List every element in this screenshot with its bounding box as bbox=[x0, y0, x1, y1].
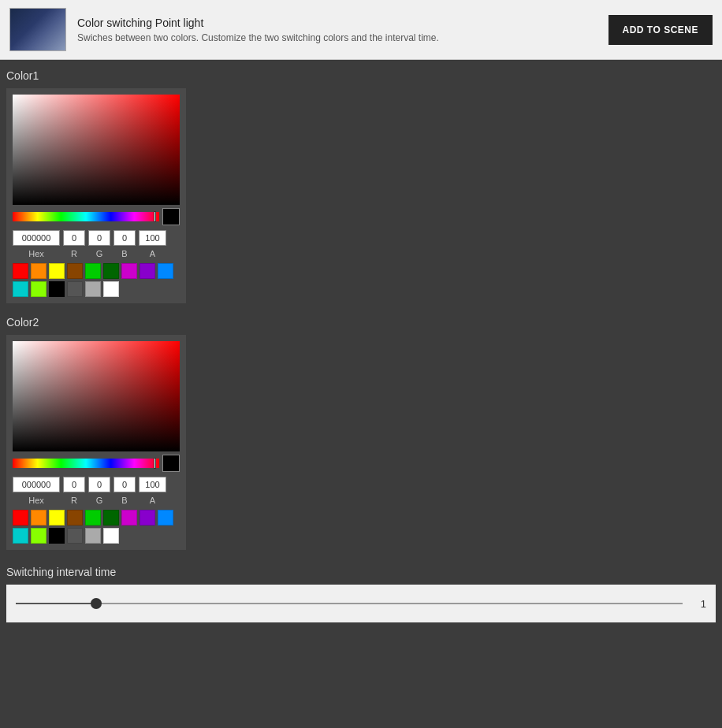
color1-hex-input[interactable] bbox=[13, 230, 60, 246]
preset-swatch[interactable] bbox=[67, 281, 83, 297]
main-content: Color1 Hex R G B A bbox=[0, 60, 722, 632]
color2-input-labels: Hex R G B A bbox=[13, 496, 180, 505]
preset-swatch[interactable] bbox=[13, 281, 28, 297]
color1-preset-swatches bbox=[13, 263, 180, 297]
preset-swatch[interactable] bbox=[158, 510, 173, 526]
color2-preset-swatches bbox=[13, 510, 180, 544]
preset-swatch[interactable] bbox=[158, 263, 173, 279]
preset-swatch[interactable] bbox=[103, 528, 119, 544]
preset-swatch[interactable] bbox=[85, 281, 101, 297]
slider-wrap[interactable] bbox=[16, 596, 683, 611]
color1-picker-panel: Hex R G B A bbox=[6, 88, 186, 303]
color1-b-input[interactable] bbox=[114, 230, 136, 246]
color1-a-label: A bbox=[139, 249, 166, 258]
color1-inputs-row bbox=[13, 230, 180, 246]
preset-swatch[interactable] bbox=[49, 510, 65, 526]
slider-thumb[interactable] bbox=[91, 598, 102, 609]
color2-a-label: A bbox=[139, 496, 166, 505]
header-info: Color switching Point light Swiches betw… bbox=[77, 17, 597, 43]
color2-spectrum-bar-wrap[interactable] bbox=[13, 459, 159, 468]
preset-swatch[interactable] bbox=[31, 281, 47, 297]
plugin-title: Color switching Point light bbox=[77, 17, 597, 29]
preset-swatch[interactable] bbox=[49, 528, 65, 544]
color2-hex-label: Hex bbox=[13, 496, 60, 505]
preset-swatch[interactable] bbox=[31, 510, 47, 526]
color2-g-input[interactable] bbox=[88, 477, 110, 492]
slider-panel: 1 bbox=[6, 585, 716, 622]
color1-gradient-surface[interactable] bbox=[13, 95, 180, 205]
preset-swatch[interactable] bbox=[103, 510, 119, 526]
color2-spectrum-thumb[interactable] bbox=[154, 458, 156, 469]
preset-swatch[interactable] bbox=[140, 263, 155, 279]
preset-swatch[interactable] bbox=[85, 263, 101, 279]
color2-spectrum-row bbox=[13, 455, 180, 472]
color1-spectrum-bar-wrap[interactable] bbox=[13, 212, 159, 221]
preset-swatch[interactable] bbox=[13, 528, 28, 544]
preset-swatch[interactable] bbox=[67, 510, 83, 526]
color2-swatch-box bbox=[162, 455, 180, 472]
preset-swatch[interactable] bbox=[67, 528, 83, 544]
preset-swatch[interactable] bbox=[67, 263, 83, 279]
preset-swatch[interactable] bbox=[49, 281, 65, 297]
color1-gradient-picker[interactable] bbox=[13, 95, 180, 205]
preset-swatch[interactable] bbox=[140, 510, 155, 526]
preset-swatch[interactable] bbox=[85, 510, 101, 526]
plugin-description: Swiches between two colors. Customize th… bbox=[77, 32, 597, 43]
color2-gradient-surface[interactable] bbox=[13, 341, 180, 451]
color2-gradient-picker[interactable] bbox=[13, 341, 180, 451]
preset-swatch[interactable] bbox=[13, 263, 28, 279]
color2-picker-panel: Hex R G B A bbox=[6, 335, 186, 550]
color2-b-label: B bbox=[114, 496, 136, 505]
preset-swatch[interactable] bbox=[121, 510, 137, 526]
header-panel: Color switching Point light Swiches betw… bbox=[0, 0, 722, 60]
slider-track[interactable] bbox=[16, 603, 683, 604]
color1-b-label: B bbox=[114, 249, 136, 258]
color1-label: Color1 bbox=[6, 69, 716, 82]
add-to-scene-button[interactable]: ADD TO SCENE bbox=[608, 15, 713, 45]
color1-spectrum-row bbox=[13, 208, 180, 225]
color2-label: Color2 bbox=[6, 316, 716, 329]
slider-fill bbox=[16, 603, 96, 604]
preset-swatch[interactable] bbox=[31, 263, 47, 279]
preset-swatch[interactable] bbox=[13, 510, 28, 526]
color1-swatch-box bbox=[162, 208, 180, 225]
color1-g-label: G bbox=[88, 249, 110, 258]
color1-input-labels: Hex R G B A bbox=[13, 249, 180, 258]
color1-spectrum-thumb[interactable] bbox=[154, 211, 156, 222]
color1-r-input[interactable] bbox=[63, 230, 85, 246]
color2-r-label: R bbox=[63, 496, 85, 505]
color2-spectrum-bar[interactable] bbox=[13, 459, 159, 468]
color2-inputs-row bbox=[13, 477, 180, 492]
color2-b-input[interactable] bbox=[114, 477, 136, 492]
interval-section: Switching interval time 1 bbox=[6, 566, 716, 622]
preset-swatch[interactable] bbox=[31, 528, 47, 544]
color2-r-input[interactable] bbox=[63, 477, 85, 492]
interval-label: Switching interval time bbox=[6, 566, 716, 578]
color2-g-label: G bbox=[88, 496, 110, 505]
color1-hex-label: Hex bbox=[13, 249, 60, 258]
color1-r-label: R bbox=[63, 249, 85, 258]
color1-spectrum-bar[interactable] bbox=[13, 212, 159, 221]
slider-value: 1 bbox=[690, 598, 706, 610]
preset-swatch[interactable] bbox=[103, 263, 119, 279]
preset-swatch[interactable] bbox=[49, 263, 65, 279]
preset-swatch[interactable] bbox=[121, 263, 137, 279]
color1-a-input[interactable] bbox=[139, 230, 166, 246]
preset-swatch[interactable] bbox=[85, 528, 101, 544]
preset-swatch[interactable] bbox=[103, 281, 119, 297]
color2-hex-input[interactable] bbox=[13, 477, 60, 492]
preview-thumbnail bbox=[9, 8, 66, 51]
color1-g-input[interactable] bbox=[88, 230, 110, 246]
color2-a-input[interactable] bbox=[139, 477, 166, 492]
